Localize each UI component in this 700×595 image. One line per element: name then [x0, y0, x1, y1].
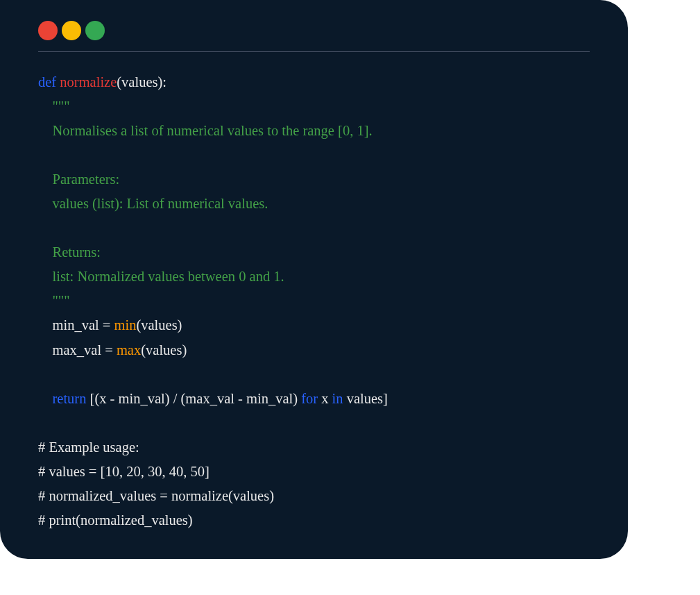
comment-line: # Example usage: [38, 439, 139, 455]
docstring-line: values (list): List of numerical values. [38, 196, 268, 211]
window-controls [38, 21, 590, 40]
keyword-return: return [53, 391, 87, 406]
comment-line: # normalized_values = normalize(values) [38, 488, 274, 503]
docstring-close: """ [38, 293, 70, 308]
docstring-line: Normalises a list of numerical values to… [38, 123, 373, 138]
code-block: def normalize(values): """ Normalises a … [38, 70, 590, 533]
docstring-open: """ [38, 99, 70, 114]
code-line-1: def normalize(values): [38, 74, 167, 90]
code-window: def normalize(values): """ Normalises a … [0, 0, 628, 559]
code-line: min_val = min(values) [38, 317, 182, 333]
docstring-line: Parameters: [38, 171, 119, 187]
docstring-line: list: Normalized values between 0 and 1. [38, 269, 284, 284]
builtin-max: max [117, 342, 141, 358]
divider [38, 51, 590, 52]
maximize-icon[interactable] [85, 21, 105, 40]
code-line: max_val = max(values) [38, 342, 187, 358]
params: (values): [117, 74, 167, 90]
comment-line: # values = [10, 20, 30, 40, 50] [38, 464, 210, 479]
close-icon[interactable] [38, 21, 58, 40]
docstring-line: Returns: [38, 244, 101, 260]
minimize-icon[interactable] [62, 21, 81, 40]
builtin-min: min [114, 317, 137, 333]
function-name: normalize [60, 74, 117, 90]
keyword-for: for [301, 391, 318, 406]
keyword-def: def [38, 74, 56, 90]
comment-line: # print(normalized_values) [38, 512, 193, 528]
keyword-in: in [332, 391, 343, 406]
code-line: return [(x - min_val) / (max_val - min_v… [38, 391, 388, 406]
